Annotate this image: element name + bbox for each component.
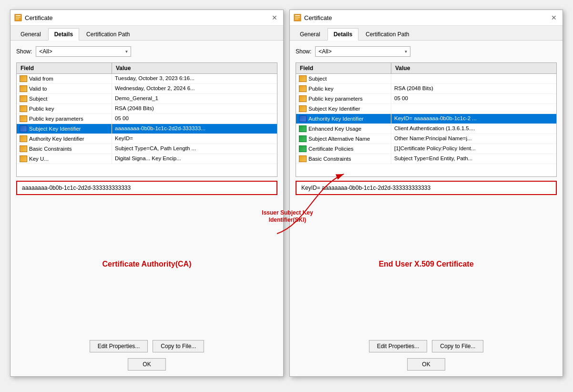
cert-icon xyxy=(299,95,307,102)
right-col-value: Value xyxy=(391,63,556,73)
left-close-button[interactable]: ✕ xyxy=(270,13,279,22)
table-row[interactable]: Public key RSA (2048 Bits) xyxy=(296,84,556,94)
cert-icon xyxy=(20,75,27,82)
left-detail-value: aaaaaaaa-0b0b-1c1c-2d2d-333333333333 xyxy=(22,185,131,191)
svg-rect-1 xyxy=(16,15,20,16)
table-row[interactable]: Subject Alternative Name Other Name:Prin… xyxy=(296,134,556,144)
left-dialog-body: Show: <All> Field Value Valid from xyxy=(10,41,283,335)
td-field: Subject Alternative Name xyxy=(296,134,391,144)
td-field: Basic Constraints xyxy=(17,144,112,154)
td-value: Client Authentication (1.3.6.1.5.... xyxy=(391,124,556,134)
td-field: Public key parameters xyxy=(17,114,112,124)
table-row[interactable]: Public key RSA (2048 Bits) xyxy=(17,104,277,114)
table-row[interactable]: Valid to Wednesday, October 2, 2024 6... xyxy=(17,84,277,94)
table-row[interactable]: Public key parameters 05 00 xyxy=(296,94,556,104)
right-edit-properties-button[interactable]: Edit Properties... xyxy=(369,340,428,352)
table-row[interactable]: Authority Key Identifier KeyID= xyxy=(17,134,277,144)
td-field: Valid to xyxy=(17,84,112,93)
cert-icon xyxy=(299,85,307,92)
left-table-body: Valid from Tuesday, October 3, 2023 6:16… xyxy=(17,74,277,176)
td-value: KeyID= aaaaaaaa-0b0b-1c1c-2 ... xyxy=(391,114,556,124)
cert-icon xyxy=(299,155,307,162)
td-field: Subject xyxy=(296,74,391,83)
td-value: Demo_General_1 xyxy=(112,94,277,103)
cert-icon xyxy=(20,135,27,142)
td-value: Subject Type=End Entity, Path... xyxy=(391,154,556,164)
right-tab-general[interactable]: General xyxy=(294,28,327,41)
cert-icon xyxy=(20,155,27,162)
svg-rect-7 xyxy=(295,19,298,20)
left-tab-cert-path[interactable]: Certification Path xyxy=(80,28,136,41)
left-detail-box: aaaaaaaa-0b0b-1c1c-2d2d-333333333333 xyxy=(16,181,277,195)
right-show-select[interactable]: <All> xyxy=(315,46,410,57)
cert-green-icon xyxy=(299,135,307,142)
td-value: aaaaaaaa-0b0b-1c1c-2d2d-333333... xyxy=(112,124,277,134)
td-field: Subject xyxy=(17,94,112,103)
td-field: Authority Key Identifier xyxy=(296,114,391,124)
td-value: Digital Signa... Key Encip... xyxy=(112,154,277,164)
svg-rect-2 xyxy=(16,17,20,18)
td-value: Other Name:Principal Name=j... xyxy=(391,134,556,144)
cert-green-icon xyxy=(299,125,307,132)
left-edit-properties-button[interactable]: Edit Properties... xyxy=(90,340,148,352)
left-show-select-wrapper[interactable]: <All> xyxy=(36,46,131,57)
right-tab-details[interactable]: Details xyxy=(327,28,358,41)
right-dialog-body: Show: <All> Field Value Subject xyxy=(290,41,563,335)
td-field: Key U... xyxy=(17,154,112,164)
svg-rect-5 xyxy=(295,15,300,16)
right-ok-button[interactable]: OK xyxy=(407,358,445,371)
left-table: Field Value Valid from Tuesday, October … xyxy=(16,62,277,177)
table-row[interactable]: Basic Constraints Subject Type=End Entit… xyxy=(296,154,556,164)
table-row-selected[interactable]: Subject Key Identifier aaaaaaaa-0b0b-1c1… xyxy=(17,124,277,134)
td-field: Enhanced Key Usage xyxy=(296,124,391,134)
left-copy-to-file-button[interactable]: Copy to File... xyxy=(153,340,204,352)
right-dialog: Certificate ✕ General Details Certificat… xyxy=(289,10,563,377)
table-row[interactable]: Subject Demo_General_1 xyxy=(17,94,277,104)
cert-icon xyxy=(20,95,27,102)
svg-rect-3 xyxy=(16,19,19,20)
table-row[interactable]: Valid from Tuesday, October 3, 2023 6:16… xyxy=(17,74,277,84)
td-field: Public key parameters xyxy=(296,94,391,103)
td-field: Basic Constraints xyxy=(296,154,391,164)
cert-icon xyxy=(299,105,307,112)
cert-icon xyxy=(20,85,27,92)
table-row[interactable]: Certificate Policies [1]Certificate Poli… xyxy=(296,144,556,154)
table-row[interactable]: Public key parameters 05 00 xyxy=(17,114,277,124)
td-field: Authority Key Identifier xyxy=(17,134,112,144)
table-row[interactable]: Basic Constraints Subject Type=CA, Path … xyxy=(17,144,277,154)
right-footer: Edit Properties... Copy to File... xyxy=(290,335,563,358)
right-tab-cert-path[interactable]: Certification Path xyxy=(359,28,415,41)
right-show-select-wrapper[interactable]: <All> xyxy=(315,46,410,57)
td-value: RSA (2048 Bits) xyxy=(391,84,556,93)
right-tabs: General Details Certification Path xyxy=(290,26,563,41)
td-value: [1]Certificate Policy:Policy Ident... xyxy=(391,144,556,154)
right-dialog-title: Certificate xyxy=(304,14,546,21)
td-value: Subject Type=CA, Path Length ... xyxy=(112,144,277,154)
left-title-bar: Certificate ✕ xyxy=(10,10,283,26)
left-show-select[interactable]: <All> xyxy=(36,46,131,57)
right-table-body: Subject Public key RSA (2048 Bits) Publi… xyxy=(296,74,556,176)
right-detail-box: KeyID= aaaaaaaa-0b0b-1c1c-2d2d-333333333… xyxy=(296,181,557,195)
left-dialog-icon xyxy=(14,14,22,21)
td-value: 05 00 xyxy=(112,114,277,124)
right-close-button[interactable]: ✕ xyxy=(549,13,559,22)
left-ok-button[interactable]: OK xyxy=(128,358,166,371)
cert-blue-icon xyxy=(299,115,307,122)
right-table-header: Field Value xyxy=(296,63,556,74)
table-row[interactable]: Subject Key Identifier xyxy=(296,104,556,114)
left-dialog: Certificate ✕ General Details Certificat… xyxy=(10,10,284,377)
left-col-value: Value xyxy=(112,63,277,73)
td-field: Public key xyxy=(296,84,391,93)
table-row-selected[interactable]: Authority Key Identifier KeyID= aaaaaaaa… xyxy=(296,114,556,124)
left-tab-general[interactable]: General xyxy=(14,28,47,41)
cert-blue-icon xyxy=(20,125,27,132)
right-copy-to-file-button[interactable]: Copy to File... xyxy=(432,340,483,352)
left-show-label: Show: xyxy=(16,48,32,55)
table-row[interactable]: Enhanced Key Usage Client Authentication… xyxy=(296,124,556,134)
cert-icon xyxy=(20,105,27,112)
left-tab-details[interactable]: Details xyxy=(48,28,79,41)
td-value: RSA (2048 Bits) xyxy=(112,104,277,113)
table-row[interactable]: Subject xyxy=(296,74,556,84)
td-value: KeyID= xyxy=(112,134,277,144)
table-row[interactable]: Key U... Digital Signa... Key Encip... xyxy=(17,154,277,164)
